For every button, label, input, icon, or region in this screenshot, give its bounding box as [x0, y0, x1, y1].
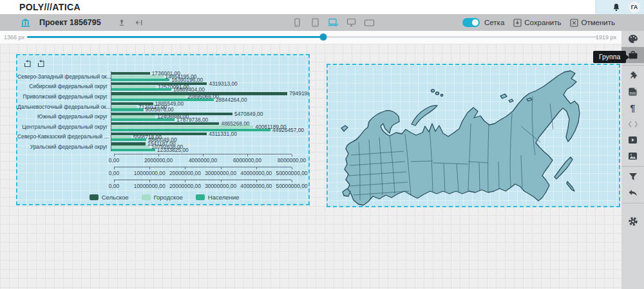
rotate-ccw-icon[interactable] — [23, 59, 32, 68]
legend-label: Городское — [154, 194, 183, 201]
bar-value-label: 7949198,00 — [289, 91, 310, 97]
category-label: Южный федеральный округ — [17, 113, 111, 120]
sidebar-item-settings[interactable] — [621, 213, 644, 229]
width-slider-track[interactable] — [27, 36, 598, 38]
sidebar-separator — [621, 65, 644, 66]
bar-Сельское — [111, 72, 150, 75]
bar-Городское — [111, 145, 149, 148]
axis-tick — [256, 167, 257, 169]
device-switcher — [291, 17, 375, 28]
code-icon — [628, 120, 638, 128]
axis-tick — [292, 180, 292, 182]
toolbar: Проект 1856795 Сетка Сохра — [0, 14, 644, 31]
grid-toggle[interactable] — [462, 18, 480, 27]
bar-Население — [111, 118, 175, 121]
device-laptop-icon-active[interactable] — [327, 17, 339, 28]
axis-tick — [221, 167, 222, 169]
app-logo: POLY///ATICA — [19, 2, 80, 12]
x-axis: 0,0010000000,0020000000,0030000000,00400… — [17, 167, 310, 180]
axis-tick-label: 0,00 — [109, 170, 119, 176]
axis-tick — [149, 167, 150, 169]
chart-row: Центральный федеральный округ4865268,004… — [17, 122, 310, 132]
axis-tick — [149, 180, 150, 182]
sidebar-separator — [621, 166, 644, 167]
legend-label: Сельское — [102, 194, 129, 201]
upload-icon[interactable] — [116, 17, 128, 28]
axis-tick — [114, 167, 115, 169]
sidebar-item-paragraph[interactable]: ¶ — [621, 100, 644, 116]
bar-Население — [111, 129, 270, 131]
axis-tick — [114, 154, 115, 156]
panel-collapse-icon[interactable] — [133, 17, 145, 28]
bell-icon[interactable] — [611, 1, 622, 13]
bar-Городское — [111, 136, 131, 138]
avatar[interactable]: ГА — [629, 1, 640, 13]
project-bank-icon[interactable] — [19, 17, 31, 28]
app-header: POLY///ATICA ГА — [0, 0, 644, 14]
group-tooltip: Группа — [593, 51, 626, 63]
axis-tick-label: 0,00 — [109, 157, 119, 163]
axis-tick-label: 30000000,00 — [205, 170, 236, 176]
axis-tick-label: 6000000,00 — [233, 157, 261, 163]
filter-icon — [629, 172, 638, 181]
category-label: Центральный федеральный округ — [17, 124, 111, 130]
axis-tick — [221, 180, 222, 182]
bar-group: 1736001,0014654195,0016390196,00 — [111, 71, 289, 81]
axis-tick — [292, 154, 292, 156]
axis-tick-label: 20000000,00 — [169, 183, 201, 189]
bar-Городское — [111, 106, 137, 108]
dashboard-canvas[interactable]: Северо-Западный федеральный ок...1736001… — [0, 44, 621, 289]
bar-group: 5470849,0012408889,0017879738,00 — [111, 112, 289, 122]
chart-rows: Северо-Западный федеральный ок...1736001… — [17, 71, 310, 152]
bar-group: 7949198,0020895066,0028844264,00 — [111, 91, 289, 101]
sidebar-separator — [621, 203, 644, 203]
right-sidebar: SVG ¶ — [621, 31, 644, 289]
bar-Сельское — [111, 122, 219, 125]
sidebar-item-filter[interactable] — [621, 169, 644, 185]
x-axis: 0,002000000,004000000,006000000,00800000… — [17, 154, 310, 167]
paragraph-icon: ¶ — [630, 104, 636, 113]
category-label: Дальневосточный федеральный ок... — [17, 104, 111, 110]
device-phone-icon[interactable] — [291, 17, 303, 28]
bar-group: 1541187,0010792638,0012333825,00 — [111, 142, 289, 151]
project-title: Проект 1856795 — [39, 18, 101, 27]
svg-file-icon: SVG — [628, 87, 638, 97]
bar-group: 4311331,005568718,009880049,00 — [111, 132, 289, 142]
save-button[interactable]: Сохранить — [513, 19, 561, 27]
legend-swatch — [196, 194, 205, 200]
sidebar-item-palette[interactable] — [621, 31, 644, 47]
device-tv-icon[interactable] — [363, 17, 375, 28]
sidebar-item-video[interactable] — [621, 132, 644, 148]
user-area: ГА — [595, 0, 644, 14]
width-slider-fill — [27, 36, 323, 38]
axis-tick — [158, 154, 159, 156]
chart-axes: 0,002000000,004000000,006000000,00800000… — [17, 154, 310, 192]
map-widget[interactable] — [327, 64, 620, 207]
bar-Городское — [111, 86, 156, 88]
device-tablet-icon[interactable] — [309, 17, 321, 28]
ruler-max-label: 1919 px — [596, 34, 616, 41]
axis-tick — [185, 180, 185, 182]
sidebar-item-puzzle[interactable] — [621, 68, 644, 84]
sidebar-item-code[interactable] — [621, 116, 644, 132]
cancel-button[interactable]: Отменить — [570, 19, 615, 27]
legend-item: Городское — [142, 194, 183, 201]
axis-tick-label: 20000000,00 — [169, 170, 201, 176]
axis-tick-label: 0,00 — [109, 183, 119, 189]
russia-map — [328, 65, 619, 206]
bar-Население — [111, 88, 171, 91]
axis-tick-label: 4000000,00 — [189, 157, 217, 163]
chart-widget-tools — [23, 59, 45, 68]
sidebar-item-image[interactable] — [621, 148, 644, 164]
bar-group: 4319313,0012570091,0016889404,00 — [111, 82, 289, 91]
bar-Городское — [111, 115, 155, 118]
sidebar-item-svg[interactable]: SVG — [621, 84, 644, 100]
rotate-cw-icon[interactable] — [37, 59, 45, 68]
axis-tick — [292, 167, 292, 169]
chart-row: Уральский федеральный округ1541187,00107… — [17, 142, 310, 152]
device-desktop-icon[interactable] — [345, 17, 357, 28]
width-slider-knob[interactable] — [319, 33, 327, 41]
axis-tick — [247, 154, 248, 156]
chart-widget[interactable]: Северо-Западный федеральный ок...1736001… — [16, 54, 310, 205]
sidebar-item-undo[interactable] — [621, 185, 644, 201]
